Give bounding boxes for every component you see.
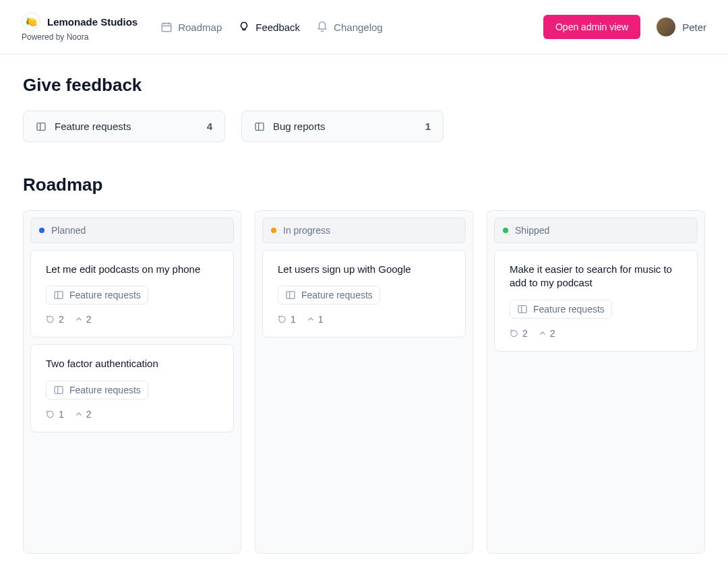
card-stats: 1 1 [278, 314, 450, 325]
board-icon [53, 290, 64, 300]
svg-rect-4 [37, 123, 45, 130]
card-tag[interactable]: Feature requests [510, 300, 612, 319]
avatar [657, 18, 675, 36]
nav-item-label: Changelog [334, 22, 383, 33]
comment-count: 1 [278, 314, 296, 325]
chevron-up-icon [75, 410, 83, 418]
column-title: Shipped [515, 225, 549, 236]
svg-rect-8 [55, 292, 63, 299]
vote-count: 2 [539, 328, 555, 339]
lightbulb-icon [238, 21, 250, 33]
nav-item-changelog[interactable]: Changelog [316, 21, 383, 33]
nav-item-feedback[interactable]: Feedback [238, 21, 300, 33]
board-icon [517, 304, 528, 315]
column-header: Planned [30, 218, 234, 243]
card-title: Make it easier to search for music to ad… [510, 263, 682, 290]
chevron-up-icon [539, 329, 547, 337]
svg-rect-0 [162, 24, 171, 32]
give-feedback-title: Give feedback [23, 75, 705, 96]
feedback-board-count: 1 [425, 121, 431, 132]
card-title: Two factor authentication [46, 357, 218, 370]
comment-count: 1 [46, 409, 64, 420]
board-icon [285, 290, 296, 300]
card-tag[interactable]: Feature requests [46, 286, 148, 304]
comment-count: 2 [510, 328, 528, 339]
card-stats: 2 2 [510, 328, 682, 339]
nav-item-roadmap[interactable]: Roadmap [160, 21, 222, 33]
roadmap-card[interactable]: Two factor authentication Feature reques… [30, 344, 234, 432]
user-name-label: Peter [682, 22, 706, 33]
comment-icon [510, 329, 519, 338]
comment-icon [46, 315, 55, 324]
card-tag[interactable]: Feature requests [278, 286, 380, 304]
vote-count: 2 [75, 409, 92, 420]
board-icon [53, 385, 64, 395]
column-shipped: Shipped Make it easier to search for mus… [487, 210, 705, 554]
status-dot-icon [503, 228, 508, 233]
feedback-board-label: Bug reports [273, 121, 417, 132]
board-icon [254, 121, 265, 132]
feedback-board-count: 4 [207, 121, 212, 132]
feedback-board-feature-requests[interactable]: Feature requests 4 [23, 110, 225, 142]
page-content: Give feedback Feature requests 4 Bug rep… [0, 55, 728, 581]
chevron-up-icon [75, 315, 83, 323]
column-planned: Planned Let me edit podcasts on my phone… [23, 210, 241, 554]
status-dot-icon [39, 228, 44, 233]
card-stats: 1 2 [46, 409, 218, 420]
brand-name: Lemonade Studios [47, 16, 138, 28]
column-title: In progress [283, 225, 330, 236]
svg-rect-12 [286, 292, 295, 299]
status-dot-icon [271, 228, 276, 233]
svg-rect-14 [518, 305, 526, 313]
roadmap-card[interactable]: Let me edit podcasts on my phone Feature… [30, 250, 234, 337]
comment-count: 2 [46, 314, 64, 325]
roadmap-title: Roadmap [23, 174, 705, 195]
comment-icon [46, 410, 55, 419]
card-title: Let users sign up with Google [278, 263, 450, 276]
card-tag-label: Feature requests [69, 290, 141, 300]
card-title: Let me edit podcasts on my phone [46, 263, 218, 276]
svg-rect-6 [255, 123, 264, 130]
open-admin-button[interactable]: Open admin view [543, 15, 640, 39]
vote-count: 1 [307, 314, 324, 325]
card-tag[interactable]: Feature requests [46, 381, 148, 399]
chevron-up-icon [307, 315, 315, 323]
brand-logo: 🍋 [22, 12, 40, 31]
column-header: Shipped [494, 218, 698, 243]
board-icon [36, 121, 47, 132]
roadmap-card[interactable]: Make it easier to search for music to ad… [494, 250, 698, 352]
roadmap-card[interactable]: Let users sign up with Google Feature re… [262, 250, 466, 337]
card-tag-label: Feature requests [533, 304, 605, 315]
feedback-board-list: Feature requests 4 Bug reports 1 [23, 110, 705, 142]
card-tag-label: Feature requests [301, 290, 373, 300]
nav-item-label: Roadmap [178, 22, 222, 33]
topbar: 🍋 Lemonade Studios Powered by Noora Road… [0, 0, 728, 55]
feedback-board-bug-reports[interactable]: Bug reports 1 [241, 110, 444, 142]
roadmap-columns: Planned Let me edit podcasts on my phone… [23, 210, 705, 554]
user-menu[interactable]: Peter [657, 18, 706, 36]
feedback-board-label: Feature requests [55, 121, 199, 132]
card-stats: 2 2 [46, 314, 218, 325]
vote-count: 2 [75, 314, 92, 325]
brand-block: 🍋 Lemonade Studios Powered by Noora [22, 12, 138, 42]
calendar-icon [160, 21, 173, 33]
bell-icon [316, 21, 328, 33]
nav-item-label: Feedback [255, 22, 300, 33]
comment-icon [278, 315, 287, 324]
svg-rect-10 [55, 386, 63, 393]
main-nav: Roadmap Feedback Changelog [160, 21, 382, 33]
column-in-progress: In progress Let users sign up with Googl… [255, 210, 473, 554]
card-tag-label: Feature requests [69, 385, 141, 395]
column-header: In progress [262, 218, 466, 243]
column-title: Planned [51, 225, 86, 236]
powered-by-label: Powered by Noora [22, 32, 138, 42]
